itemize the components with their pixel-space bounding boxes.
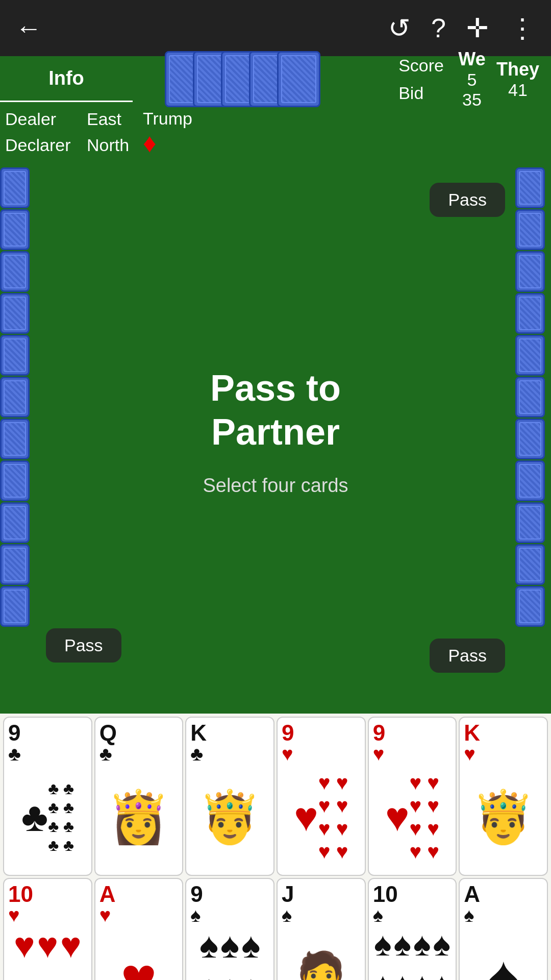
right-card-10	[515, 544, 545, 585]
we-score: 5	[467, 70, 477, 90]
left-card-3	[0, 251, 30, 292]
left-card-2	[0, 209, 30, 250]
card-10s[interactable]: 10 ♠ ♠♠♠♠♠♠♠♠♠♠	[368, 878, 457, 980]
score-they-col: They 41	[495, 59, 541, 100]
card-9h-2[interactable]: 9 ♥ ♥♥ ♥♥ ♥♥ ♥♥ ♥	[368, 717, 457, 876]
left-card-9	[0, 502, 30, 543]
top-bar: ← ↺ ? ✛ ⋮	[0, 0, 551, 56]
dealer-info: Dealer East Declarer North	[5, 106, 138, 158]
dealer-row: Dealer East Declarer North Trump ♦ 35	[0, 102, 551, 162]
left-card-stack	[0, 162, 36, 714]
trump-diamond-icon: ♦	[143, 130, 157, 156]
info-label: Info	[48, 67, 84, 89]
menu-button[interactable]: ⋮	[509, 13, 536, 43]
card-10h[interactable]: 10 ♥ ♥♥♥♥♥♥♥♥♥♥	[3, 878, 92, 980]
right-card-11	[515, 586, 545, 627]
card-kh[interactable]: K ♥ 🤴	[459, 717, 548, 876]
pass-bottom-left-button[interactable]: Pass	[46, 628, 121, 663]
card-kc[interactable]: K ♣ 🤴	[185, 717, 274, 876]
right-card-4	[515, 293, 545, 334]
we-bid: 35	[462, 90, 482, 110]
declarer-value: North	[87, 132, 129, 158]
card-9s[interactable]: 9 ♠ ♠♠♠♠♠♠♠♠♠	[185, 878, 274, 980]
center-message: Pass toPartner Select four cards	[203, 366, 348, 497]
top-card-5	[277, 51, 320, 107]
left-card-11	[0, 586, 30, 627]
hand-area: 9 ♣ ♣♣ ♣♣ ♣♣ ♣♣ ♣ Q ♣ 👸 K ♣ 🤴 9 ♥ ♥♥ ♥♥ …	[0, 714, 551, 980]
left-card-5	[0, 335, 30, 376]
right-card-6	[515, 377, 545, 418]
dealer-line: Dealer East	[5, 106, 138, 132]
card-qc[interactable]: Q ♣ 👸	[94, 717, 184, 876]
score-we-col: We 5 35	[449, 48, 495, 110]
they-score: 41	[508, 80, 528, 100]
we-header: We	[458, 48, 485, 70]
left-card-1	[0, 167, 30, 208]
left-card-10	[0, 544, 30, 585]
card-9h-1[interactable]: 9 ♥ ♥♥ ♥♥ ♥♥ ♥♥ ♥	[277, 717, 366, 876]
select-cards-text: Select four cards	[203, 475, 348, 497]
left-card-6	[0, 377, 30, 418]
right-card-5	[515, 335, 545, 376]
score-area: Score Bid We 5 35 They 41	[378, 56, 551, 102]
add-button[interactable]: ✛	[466, 13, 489, 43]
right-card-8	[515, 460, 545, 501]
pass-to-partner-text: Pass toPartner	[203, 366, 348, 454]
card-ah[interactable]: A ♥ ♥	[94, 878, 184, 980]
right-card-stack	[515, 162, 551, 714]
left-card-4	[0, 293, 30, 334]
info-label-container: Info	[0, 56, 133, 102]
card-9c[interactable]: 9 ♣ ♣♣ ♣♣ ♣♣ ♣♣ ♣	[3, 717, 92, 876]
top-card-area	[133, 56, 378, 102]
declarer-label: Declarer	[5, 132, 87, 158]
pass-bottom-right-button[interactable]: Pass	[430, 639, 505, 673]
they-header: They	[496, 59, 539, 80]
game-table: Pass Pass Pass Pass toPartner Select fou…	[0, 162, 551, 714]
left-card-8	[0, 460, 30, 501]
dealer-value: East	[87, 106, 121, 132]
info-bar: Info Score Bid We 5 35 The	[0, 56, 551, 102]
card-js[interactable]: J ♠ 🤵	[277, 878, 366, 980]
right-card-9	[515, 502, 545, 543]
right-card-3	[515, 251, 545, 292]
dealer-label: Dealer	[5, 106, 87, 132]
back-button[interactable]: ←	[15, 13, 42, 43]
trump-label: Trump	[143, 109, 192, 129]
right-card-2	[515, 209, 545, 250]
bid-row-label: Bid	[398, 79, 423, 107]
pass-top-right-button[interactable]: Pass	[430, 183, 505, 217]
help-button[interactable]: ?	[431, 13, 446, 43]
undo-button[interactable]: ↺	[388, 13, 411, 43]
score-labels: Score Bid	[398, 52, 444, 107]
right-card-7	[515, 419, 545, 459]
score-row-label: Score	[398, 52, 444, 79]
declarer-line: Declarer North	[5, 132, 138, 158]
right-card-1	[515, 167, 545, 208]
left-card-7	[0, 419, 30, 459]
trump-area: Trump ♦	[138, 109, 192, 156]
card-as[interactable]: A ♠ ♠	[459, 878, 548, 980]
